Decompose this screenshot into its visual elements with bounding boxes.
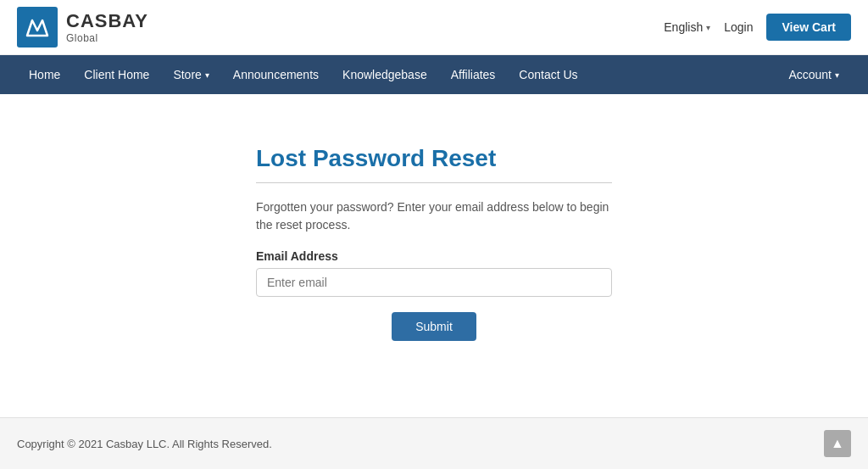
email-input[interactable] xyxy=(256,268,612,297)
submit-button[interactable]: Submit xyxy=(392,312,476,341)
logo-text: CASBAY Global xyxy=(66,10,148,44)
language-selector[interactable]: English ▾ xyxy=(664,20,710,34)
store-chevron-icon: ▾ xyxy=(205,70,209,80)
chevron-up-icon: ▲ xyxy=(831,436,844,451)
nav-left: Home Client Home Store ▾ Announcements K… xyxy=(17,58,590,92)
top-bar: CASBAY Global English ▾ Login View Cart xyxy=(0,0,868,55)
top-right-actions: English ▾ Login View Cart xyxy=(664,14,851,41)
main-content: Lost Password Reset Forgotten your passw… xyxy=(0,94,868,417)
nav-item-knowledgebase[interactable]: Knowledgebase xyxy=(331,58,439,92)
nav-item-affiliates[interactable]: Affiliates xyxy=(439,58,508,92)
copyright-text: Copyright © 2021 Casbay LLC. All Rights … xyxy=(17,438,272,450)
page-title: Lost Password Reset xyxy=(256,145,612,172)
brand-sub: Global xyxy=(66,32,148,44)
nav-bar: Home Client Home Store ▾ Announcements K… xyxy=(0,55,868,94)
account-chevron-icon: ▾ xyxy=(835,70,839,80)
email-label: Email Address xyxy=(256,249,612,263)
title-divider xyxy=(256,182,612,183)
view-cart-button[interactable]: View Cart xyxy=(766,14,851,41)
nav-item-client-home[interactable]: Client Home xyxy=(72,58,161,92)
nav-item-account[interactable]: Account ▾ xyxy=(776,58,851,92)
footer: Copyright © 2021 Casbay LLC. All Rights … xyxy=(0,417,868,469)
nav-item-store[interactable]: Store ▾ xyxy=(161,58,220,92)
language-chevron-icon: ▾ xyxy=(706,23,710,32)
nav-item-announcements[interactable]: Announcements xyxy=(221,58,331,92)
language-label: English xyxy=(664,20,703,34)
nav-item-contact-us[interactable]: Contact Us xyxy=(507,58,589,92)
brand-name: CASBAY xyxy=(66,10,148,32)
login-link[interactable]: Login xyxy=(724,20,753,34)
nav-item-home[interactable]: Home xyxy=(17,58,72,92)
password-reset-form-container: Lost Password Reset Forgotten your passw… xyxy=(256,145,612,383)
scroll-to-top-button[interactable]: ▲ xyxy=(824,430,851,457)
logo-icon xyxy=(17,7,58,47)
logo-area: CASBAY Global xyxy=(17,7,148,47)
form-description: Forgotten your password? Enter your emai… xyxy=(256,198,612,234)
nav-right: Account ▾ xyxy=(776,58,851,92)
